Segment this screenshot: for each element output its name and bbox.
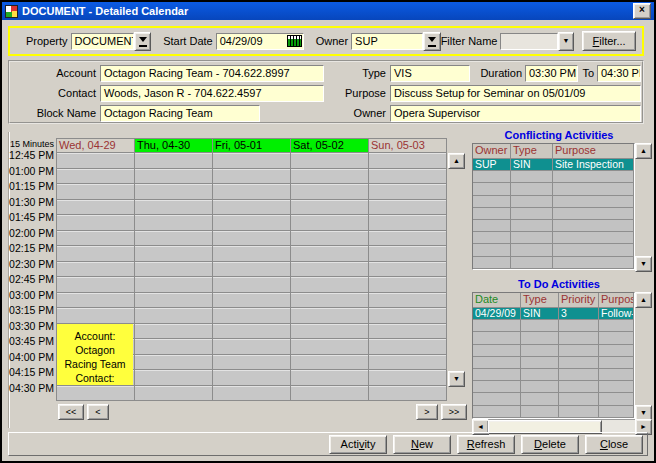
- block-name-field[interactable]: Octagon Racing Team: [100, 105, 260, 122]
- calendar-cell[interactable]: [369, 215, 447, 231]
- calendar-cell[interactable]: [57, 200, 135, 216]
- close-button[interactable]: Close: [585, 435, 643, 454]
- table-row[interactable]: [473, 381, 634, 393]
- chevron-down-icon[interactable]: ▼: [558, 32, 574, 51]
- todo-hscrollbar[interactable]: ◄ ►: [472, 419, 650, 433]
- calendar-cell[interactable]: [291, 215, 369, 231]
- owner-field[interactable]: SUP: [351, 33, 423, 50]
- calendar-cell[interactable]: [291, 153, 369, 169]
- calendar-cell[interactable]: [57, 169, 135, 185]
- table-row[interactable]: [473, 357, 634, 369]
- calendar-cell[interactable]: [369, 246, 447, 262]
- table-row[interactable]: 04/29/09SIN3Follow-up: [473, 308, 634, 320]
- owner-lov-icon[interactable]: [423, 32, 440, 51]
- table-row[interactable]: [473, 320, 634, 332]
- calendar-cell[interactable]: [135, 355, 213, 371]
- calendar-cell[interactable]: [213, 277, 291, 293]
- calendar-cell[interactable]: [213, 308, 291, 324]
- calendar-cell[interactable]: [135, 200, 213, 216]
- calendar-cell[interactable]: [369, 277, 447, 293]
- calendar-cell[interactable]: [57, 293, 135, 309]
- appointment-note[interactable]: Account: Octagon Racing Team Contact: Wo…: [57, 324, 133, 385]
- table-row[interactable]: [473, 171, 634, 183]
- last-page-button[interactable]: >>: [441, 404, 467, 420]
- calendar-cell[interactable]: [57, 215, 135, 231]
- todo-scroll-up-icon[interactable]: ▲: [635, 292, 652, 308]
- calendar-cell[interactable]: [369, 386, 447, 402]
- calendar-cell[interactable]: [135, 339, 213, 355]
- calendar-cell[interactable]: [135, 184, 213, 200]
- to-field[interactable]: 04:30 PM: [597, 65, 641, 82]
- calendar-cell[interactable]: [213, 169, 291, 185]
- calendar-icon[interactable]: [287, 35, 302, 47]
- property-field[interactable]: DOCUMENT: [71, 33, 134, 50]
- grid-scroll-up-icon[interactable]: ▲: [448, 153, 465, 169]
- calendar-cell[interactable]: [135, 370, 213, 386]
- table-row[interactable]: SUPSINSite Inspection: [473, 159, 634, 171]
- next-page-button[interactable]: >: [416, 404, 438, 420]
- calendar-cell[interactable]: [369, 370, 447, 386]
- calendar-cell[interactable]: [369, 231, 447, 247]
- conflict-scroll-down-icon[interactable]: ▼: [635, 256, 652, 272]
- delete-button[interactable]: Delete: [521, 435, 579, 454]
- table-row[interactable]: [473, 183, 634, 195]
- calendar-cell[interactable]: [213, 355, 291, 371]
- calendar-cell[interactable]: [57, 184, 135, 200]
- table-row[interactable]: [473, 196, 634, 208]
- calendar-cell[interactable]: [135, 324, 213, 340]
- calendar-cell[interactable]: [135, 231, 213, 247]
- first-page-button[interactable]: <<: [58, 404, 84, 420]
- calendar-cell[interactable]: [213, 262, 291, 278]
- calendar-cell[interactable]: [213, 184, 291, 200]
- purpose-field[interactable]: Discuss Setup for Seminar on 05/01/09: [390, 85, 641, 102]
- calendar-cell[interactable]: [135, 293, 213, 309]
- calendar-cell[interactable]: [291, 293, 369, 309]
- grid-scroll-down-icon[interactable]: ▼: [448, 371, 465, 387]
- block-owner-field[interactable]: Opera Supervisor: [390, 105, 641, 122]
- activity-button[interactable]: Activity: [329, 435, 387, 454]
- calendar-cell[interactable]: [213, 339, 291, 355]
- calendar-cell[interactable]: [57, 262, 135, 278]
- calendar-cell[interactable]: [369, 262, 447, 278]
- prev-page-button[interactable]: <: [87, 404, 109, 420]
- type-field[interactable]: VIS: [390, 65, 470, 82]
- table-row[interactable]: [473, 345, 634, 357]
- calendar-cell[interactable]: [291, 370, 369, 386]
- table-row[interactable]: [473, 244, 634, 256]
- calendar-cell[interactable]: [57, 308, 135, 324]
- calendar-cell[interactable]: [57, 153, 135, 169]
- calendar-cell[interactable]: [369, 339, 447, 355]
- table-row[interactable]: [473, 369, 634, 381]
- calendar-cell[interactable]: [291, 339, 369, 355]
- calendar-cell[interactable]: [135, 169, 213, 185]
- table-row[interactable]: [473, 232, 634, 244]
- calendar-cell[interactable]: [369, 355, 447, 371]
- calendar-cell[interactable]: [291, 277, 369, 293]
- account-field[interactable]: Octagon Racing Team - 704.622.8997: [100, 65, 324, 82]
- calendar-cell[interactable]: [135, 308, 213, 324]
- conflict-scroll-up-icon[interactable]: ▲: [635, 143, 652, 159]
- calendar-cell[interactable]: [369, 153, 447, 169]
- calendar-cell[interactable]: [291, 184, 369, 200]
- table-row[interactable]: [473, 257, 634, 269]
- calendar-cell[interactable]: [135, 246, 213, 262]
- calendar-cell[interactable]: [291, 386, 369, 402]
- calendar-cell[interactable]: [369, 308, 447, 324]
- calendar-cell[interactable]: [213, 200, 291, 216]
- calendar-cell[interactable]: [57, 246, 135, 262]
- calendar-cell[interactable]: [369, 200, 447, 216]
- filter-name-combo[interactable]: [500, 33, 557, 50]
- calendar-cell[interactable]: [135, 277, 213, 293]
- calendar-cell[interactable]: [369, 324, 447, 340]
- calendar-cell[interactable]: [291, 246, 369, 262]
- calendar-cell[interactable]: [291, 169, 369, 185]
- calendar-cell[interactable]: [213, 324, 291, 340]
- calendar-cell[interactable]: [213, 370, 291, 386]
- new-button[interactable]: New: [393, 435, 451, 454]
- calendar-cell[interactable]: [213, 153, 291, 169]
- calendar-cell[interactable]: [291, 355, 369, 371]
- calendar-cell[interactable]: [135, 386, 213, 402]
- calendar-cell[interactable]: [57, 277, 135, 293]
- calendar-cell[interactable]: [369, 169, 447, 185]
- calendar-cell[interactable]: [135, 153, 213, 169]
